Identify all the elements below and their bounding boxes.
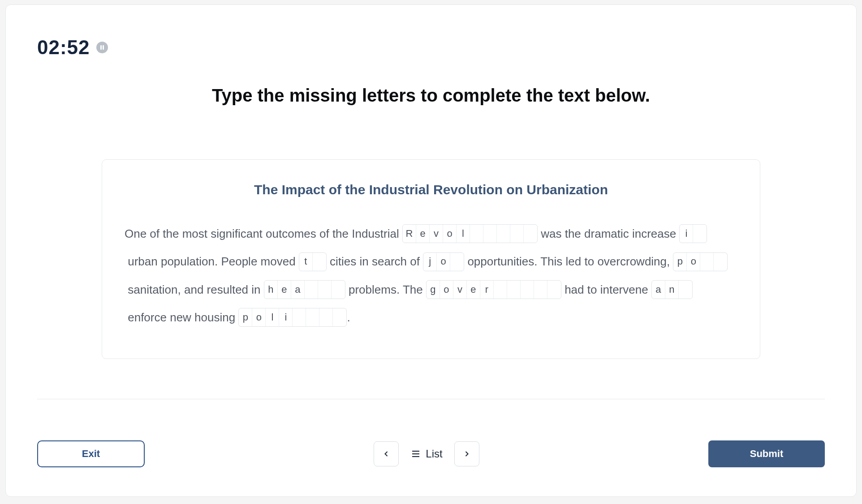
next-button[interactable] [454,441,479,466]
list-button[interactable]: List [407,448,446,460]
letter-cell[interactable]: . [450,253,464,271]
letter-cell[interactable]: i [279,308,293,326]
letter-cell[interactable]: . [534,281,547,299]
letter-cell[interactable]: o [687,253,700,271]
letter-cell[interactable]: v [430,225,443,243]
word-input[interactable]: t. [299,252,327,271]
letter-cell[interactable]: p [239,308,252,326]
letter-cell[interactable]: l [266,308,279,326]
letter-cell[interactable]: t [299,253,313,271]
letter-cell[interactable]: . [510,225,524,243]
pause-icon [99,45,105,50]
word-input[interactable]: jo. [423,252,464,271]
word-input[interactable]: gover..... [426,280,561,299]
footer-divider [37,399,825,399]
word-input[interactable]: poli.... [238,308,347,327]
passage-text: enforce new housing [125,311,238,324]
letter-cell[interactable]: j [423,253,437,271]
letter-cell[interactable]: . [319,308,333,326]
letter-cell[interactable]: . [483,225,497,243]
passage-text: was the dramatic increase [538,227,679,240]
letter-cell[interactable]: o [443,225,457,243]
passage-text: . [347,311,350,324]
letter-cell[interactable]: . [494,281,507,299]
letter-cell[interactable]: e [416,225,430,243]
letter-cell[interactable]: . [293,308,306,326]
letter-cell[interactable]: o [437,253,450,271]
letter-cell[interactable]: n [665,281,679,299]
letter-cell[interactable]: R [403,225,416,243]
exit-button[interactable]: Exit [37,440,145,467]
instruction-heading: Type the missing letters to complete the… [33,85,829,106]
letter-cell[interactable]: . [547,281,561,299]
letter-cell[interactable]: h [264,281,278,299]
passage-text: had to intervene [561,283,651,296]
letter-cell[interactable]: . [679,281,692,299]
list-icon [410,448,421,459]
svg-rect-0 [100,45,102,50]
word-input[interactable]: an. [651,280,693,299]
letter-cell[interactable]: . [714,253,727,271]
letter-cell[interactable]: o [252,308,266,326]
word-input[interactable]: po.. [673,252,728,271]
letter-cell[interactable]: p [673,253,687,271]
word-input[interactable]: hea... [264,280,345,299]
letter-cell[interactable]: v [453,281,467,299]
letter-cell[interactable]: e [467,281,480,299]
letter-cell[interactable]: . [470,225,483,243]
passage-body: One of the most significant outcomes of … [125,220,737,332]
letter-cell[interactable]: . [521,281,534,299]
letter-cell[interactable]: . [333,308,346,326]
letter-cell[interactable]: . [497,225,510,243]
svg-rect-1 [103,45,104,50]
passage-text: urban population. People moved [125,255,299,268]
letter-cell[interactable]: i [680,225,693,243]
chevron-left-icon [382,449,391,458]
letter-cell[interactable]: . [313,253,326,271]
submit-button[interactable]: Submit [708,440,825,467]
nav-group: List [374,441,479,466]
passage-title: The Impact of the Industrial Revolution … [125,182,737,197]
question-panel: The Impact of the Industrial Revolution … [102,159,760,359]
passage-text: One of the most significant outcomes of … [125,227,402,240]
passage-text: cities in search of [327,255,423,268]
letter-cell[interactable]: r [480,281,494,299]
letter-cell[interactable]: e [278,281,291,299]
letter-cell[interactable]: g [427,281,440,299]
word-input[interactable]: i. [679,224,707,243]
letter-cell[interactable]: a [652,281,665,299]
letter-cell[interactable]: . [318,281,332,299]
list-label: List [426,448,442,460]
letter-cell[interactable]: . [305,281,318,299]
timer-area: 02:52 [37,36,108,59]
passage-text: problems. The [345,283,426,296]
letter-cell[interactable]: . [306,308,319,326]
letter-cell[interactable]: . [524,225,537,243]
prev-button[interactable] [374,441,399,466]
letter-cell[interactable]: . [332,281,345,299]
quiz-card: 02:52 Type the missing letters to comple… [5,4,857,497]
letter-cell[interactable]: . [693,225,707,243]
letter-cell[interactable]: . [700,253,714,271]
footer-bar: Exit List Submit [37,440,825,467]
letter-cell[interactable]: o [440,281,453,299]
chevron-right-icon [462,449,471,458]
pause-button[interactable] [96,42,108,53]
letter-cell[interactable]: l [457,225,470,243]
passage-text: sanitation, and resulted in [125,283,264,296]
passage-text: opportunities. This led to overcrowding, [464,255,673,268]
letter-cell[interactable]: a [291,281,305,299]
timer-display: 02:52 [37,36,90,59]
letter-cell[interactable]: . [507,281,521,299]
word-input[interactable]: Revol..... [402,224,538,243]
